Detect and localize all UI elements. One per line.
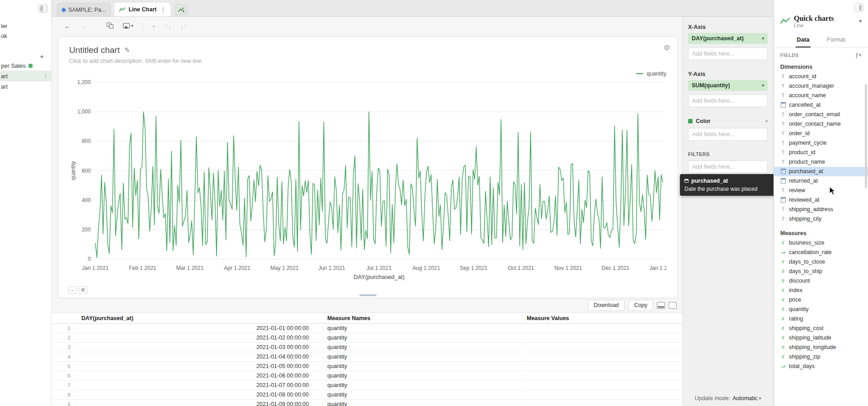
dimension-field[interactable]: cancelled_at [774,100,868,110]
dataset-icon [61,7,66,12]
table-row[interactable]: 4 2021-01-04 00:00:00 quantity 330 [52,352,682,362]
cell-measure-value: 520 [522,382,682,388]
kebab-menu-icon[interactable]: ⋮ [42,73,48,80]
cell-date: 2021-01-04 00:00:00 [77,354,323,360]
table-row[interactable]: 2 2021-01-02 00:00:00 quantity 10 [52,333,682,343]
dimension-field[interactable]: account_manager [774,81,868,91]
copy-button[interactable]: Copy [628,300,653,311]
chart-description-placeholder[interactable]: Click to add chart description. Shift-en… [69,58,666,64]
field-name: order_contact_email [789,111,840,118]
tooltip-title: purchased_at [691,178,728,184]
sidebar-item[interactable]: ler [0,21,51,31]
table-compact-icon[interactable] [657,302,665,309]
measure-field[interactable]: discount [774,276,868,286]
download-button[interactable]: Download [588,300,625,311]
add-calculated-field-icon[interactable]: ƒ+ [855,52,862,58]
chevron-down-icon[interactable]: ▾ [859,18,862,24]
dimension-field[interactable]: payment_cycle [774,138,868,148]
collapse-panel-icon[interactable] [854,4,863,12]
column-header[interactable]: Measure Names [323,315,522,321]
panel-title: Quick charts [794,14,834,23]
zoom-out-icon[interactable]: − [68,286,77,294]
table-row[interactable]: 9 2021-01-09 00:00:00 quantity 100 [52,400,682,406]
dimension-field[interactable]: order_contact_name [774,119,868,129]
chart-options-gear-icon[interactable]: ⚙ [79,286,87,294]
table-row[interactable]: 7 2021-01-07 00:00:00 quantity 520 [52,381,682,390]
sidebar-item[interactable]: art [0,81,51,91]
y-axis-field-pill[interactable]: SUM(quantity) ▾ [688,80,768,91]
y-axis-drop-zone[interactable]: Add fields here... [688,94,768,107]
sidebar-top [0,0,51,17]
measure-field[interactable]: total_days [774,362,868,371]
dimension-field[interactable]: product_name [774,157,868,167]
column-header[interactable]: DAY(purchased_at) [77,315,323,321]
table-row[interactable]: 6 2021-01-06 00:00:00 quantity 170 [52,371,682,381]
table-expand-icon[interactable] [669,302,677,309]
update-mode-select[interactable]: Automatic ▾ [732,395,761,401]
dimension-field[interactable]: review [774,186,868,195]
chart-settings-gear-icon[interactable]: ⚙ [664,43,670,52]
quick-charts-header[interactable]: Quick charts Line ▾ [774,13,868,33]
left-sidebar: ler ok + per Sales art ⋮ art [0,0,52,406]
dimension-field[interactable]: order_id [774,129,868,138]
measure-field[interactable]: quantity [774,305,868,314]
measure-field[interactable]: rating [774,314,868,324]
back-icon[interactable]: ← [64,22,71,30]
dimension-field[interactable]: reviewed_at [774,195,868,205]
color-drop-zone[interactable]: Add fields here... [688,128,768,141]
sidebar-item-current-chart[interactable]: art ⋮ [0,71,51,81]
color-section-header[interactable]: Color ▾ [688,118,768,124]
duplicate-chart-icon[interactable] [107,23,114,29]
fields-scrollbar[interactable] [865,84,867,188]
chart-title[interactable]: Untitled chart [69,45,120,55]
measure-field[interactable]: index [774,286,868,295]
cell-measure-value: 570 [522,363,682,369]
field-type-icon [780,140,786,146]
table-row[interactable]: 3 2021-01-03 00:00:00 quantity 200 [52,343,682,352]
dimension-field[interactable]: order_contact_email [774,110,868,119]
dimension-field[interactable]: product_id [774,148,868,157]
dimension-field[interactable]: shipping_address [774,205,868,214]
dimension-field[interactable]: account_name [774,91,868,100]
dimension-field[interactable]: account_id [774,72,868,81]
measure-field[interactable]: shipping_zip [774,352,868,362]
new-chart-button[interactable] [175,4,188,15]
tab-sample-dataset[interactable]: SAMPLE: Pa... [57,3,111,16]
sidebar-item-dataset[interactable]: per Sales [0,61,51,71]
measure-field[interactable]: days_to_ship [774,267,868,276]
field-name: review [789,187,805,194]
tab-menu-icon[interactable]: ⋮ [160,6,166,13]
x-axis-drop-zone[interactable]: Add fields here... [688,47,768,60]
row-number: 3 [52,345,77,350]
svg-text:DAY(purchased_at): DAY(purchased_at) [354,274,405,280]
dimension-field[interactable]: returned_at [774,176,868,186]
measure-field[interactable]: shipping_cost [774,324,868,333]
table-row[interactable]: 5 2021-01-05 00:00:00 quantity 570 [52,362,682,371]
edit-title-pencil-icon[interactable]: ✎ [124,46,130,54]
measure-field[interactable]: days_to_close [774,257,868,267]
table-row[interactable]: 1 2021-01-01 00:00:00 quantity 110 [52,324,682,333]
measure-field[interactable]: business_size [774,238,868,248]
tab-format[interactable]: Format [826,33,846,47]
measure-field[interactable]: price [774,295,868,305]
x-axis-field-pill[interactable]: DAY(purchased_at) ▾ [688,33,768,44]
svg-text:Nov 1 2021: Nov 1 2021 [554,265,582,271]
horizontal-scroll-handle[interactable] [359,294,377,296]
filters-drop-zone[interactable]: Add fields here... [688,161,768,173]
collapse-sidebar-icon[interactable] [38,5,47,13]
measure-field[interactable]: shipping_latitude [774,333,868,343]
dimension-field[interactable]: shipping_city [774,214,868,224]
row-number: 6 [52,373,77,378]
measure-field[interactable]: shipping_longitude [774,343,868,352]
field-name: discount [789,278,810,284]
line-chart[interactable]: 02004006008001,0001,200Jan 1 2021Feb 1 2… [69,78,666,282]
tab-data[interactable]: Data [796,33,810,47]
export-image-icon[interactable]: ▾ [123,23,133,28]
table-row[interactable]: 8 2021-01-08 00:00:00 quantity 390 [52,390,682,400]
sidebar-item[interactable]: ok [0,31,51,41]
column-header[interactable]: Measure Values [522,315,682,321]
dimension-field[interactable]: purchased_at [774,167,868,176]
measure-field[interactable]: cancellation_rate [774,248,868,257]
tab-line-chart[interactable]: Line Chart ⋮ [114,3,170,16]
add-page-button[interactable]: + [0,52,51,61]
